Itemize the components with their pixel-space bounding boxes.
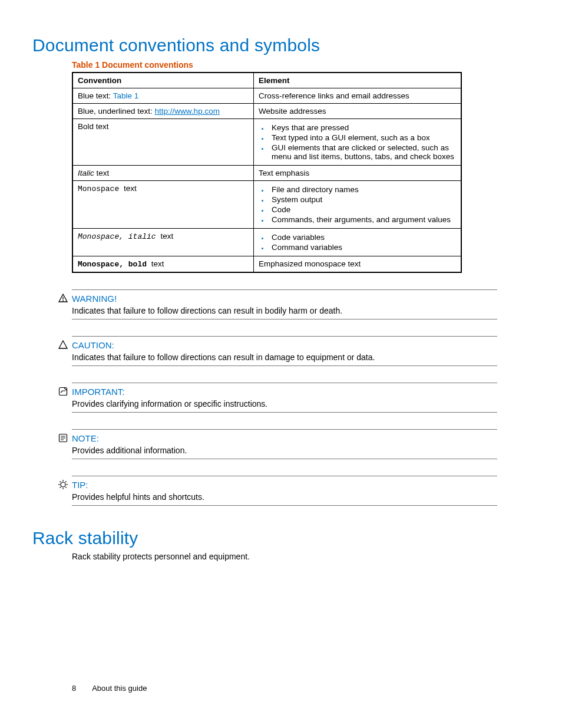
table-row: Blue, underlined text: http://www.hp.com… <box>72 104 461 119</box>
th-element: Element <box>254 73 462 88</box>
cell-mono-bold: Monospace, bold <box>78 260 151 269</box>
svg-point-7 <box>61 482 65 487</box>
cell-text: text <box>160 232 173 241</box>
warning-heading: WARNING! <box>72 290 497 304</box>
list-item: Keys that are pressed <box>269 123 456 132</box>
divider <box>72 319 497 319</box>
divider <box>72 365 497 366</box>
caution-icon <box>58 340 68 350</box>
cell-text: text <box>94 169 110 177</box>
svg-point-1 <box>62 300 64 301</box>
divider <box>72 459 497 459</box>
important-admonition: IMPORTANT: Provides clarifying informati… <box>32 383 497 413</box>
list-item: GUI elements that are clicked or selecte… <box>269 143 456 161</box>
cell-text: text <box>94 122 109 131</box>
list-item: System output <box>269 195 456 204</box>
cell-text: Blue, underlined text: <box>78 107 155 116</box>
cell-text: Cross-reference links and email addresse… <box>254 88 462 104</box>
list-item: Commands, their arguments, and argument … <box>269 215 456 224</box>
body-text: Rack stability protects personnel and eq… <box>72 552 497 561</box>
list-item: Code variables <box>269 233 456 242</box>
cell-bold: Bold <box>78 122 94 131</box>
warning-body: Indicates that failure to follow directi… <box>72 306 497 315</box>
cell-mono-italic: Monospace, italic <box>78 232 160 241</box>
section-heading: Rack stability <box>32 528 497 548</box>
table-row: Monospace, bold text Emphasized monospac… <box>72 256 461 273</box>
table-row: Monospace, italic text Code variables Co… <box>72 229 461 256</box>
warning-icon <box>58 293 68 304</box>
cross-reference-link[interactable]: Table 1 <box>113 91 139 100</box>
svg-rect-2 <box>59 388 67 396</box>
section-heading: Document conventions and symbols <box>32 35 497 55</box>
note-icon <box>58 433 68 443</box>
table-row: Italic text Text emphasis <box>72 166 461 181</box>
cell-text: Emphasized monospace text <box>254 256 462 273</box>
cell-italic: Italic <box>78 169 94 177</box>
website-link[interactable]: http://www.hp.com <box>155 107 220 116</box>
table-row: Blue text: Table 1 Cross-reference links… <box>72 88 461 104</box>
note-admonition: NOTE: Provides additional information. <box>32 429 497 459</box>
document-conventions-table: Convention Element Blue text: Table 1 Cr… <box>72 72 462 273</box>
tip-heading: TIP: <box>72 476 497 490</box>
divider <box>72 505 497 506</box>
important-body: Provides clarifying information or speci… <box>72 399 497 409</box>
table-caption: Table 1 Document conventions <box>72 60 497 70</box>
tip-body: Provides helpful hints and shortcuts. <box>72 492 497 502</box>
svg-line-12 <box>60 482 61 483</box>
divider <box>72 412 497 413</box>
cell-text: Blue text: <box>78 91 113 100</box>
caution-heading: CAUTION: <box>72 337 497 350</box>
svg-line-14 <box>60 487 61 488</box>
cell-text: Website addresses <box>254 104 462 119</box>
caution-admonition: CAUTION: Indicates that failure to follo… <box>32 336 497 366</box>
note-body: Provides additional information. <box>72 446 497 455</box>
th-convention: Convention <box>72 73 254 88</box>
table-row: Monospace text File and directory names … <box>72 181 461 229</box>
cell-text: Text emphasis <box>254 166 462 181</box>
note-heading: NOTE: <box>72 430 497 443</box>
footer-text: About this guide <box>92 684 147 693</box>
svg-line-13 <box>65 487 67 488</box>
page-number: 8 <box>72 684 76 693</box>
list-item: Code <box>269 205 456 214</box>
tip-admonition: TIP: Provides helpful hints and shortcut… <box>32 476 497 506</box>
list-item: Text typed into a GUI element, such as a… <box>269 133 456 142</box>
tip-icon <box>58 479 68 490</box>
table-row: Bold text Keys that are pressed Text typ… <box>72 119 461 166</box>
warning-admonition: WARNING! Indicates that failure to follo… <box>32 289 497 319</box>
important-heading: IMPORTANT: <box>72 383 497 397</box>
cell-mono: Monospace <box>78 185 124 193</box>
cell-text: text <box>151 259 164 268</box>
page-footer: 8 About this guide <box>72 684 147 693</box>
cell-text: text <box>124 184 137 193</box>
svg-line-15 <box>65 482 67 483</box>
caution-body: Indicates that failure to follow directi… <box>72 353 497 362</box>
list-item: File and directory names <box>269 185 456 194</box>
important-icon <box>58 386 68 397</box>
list-item: Command variables <box>269 243 456 252</box>
